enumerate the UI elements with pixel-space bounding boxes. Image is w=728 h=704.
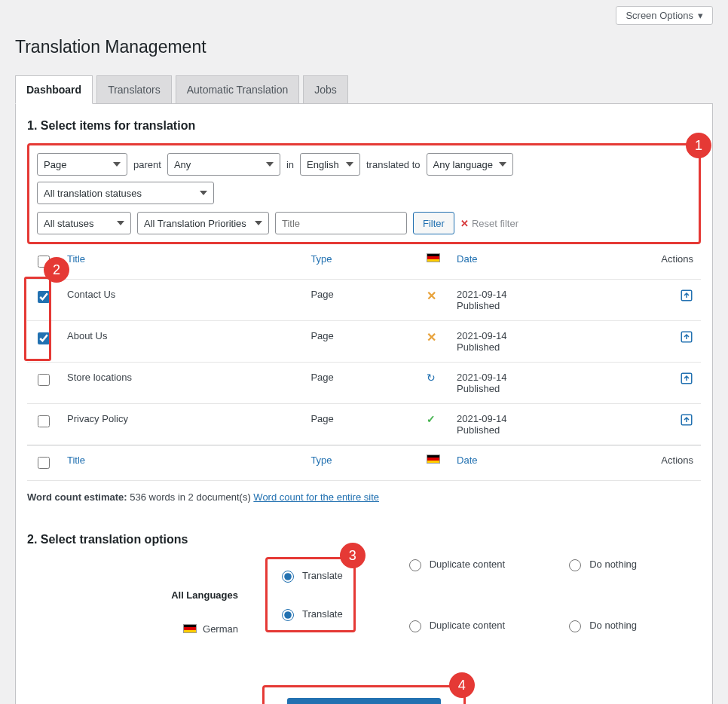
all-languages-label: All Languages [27,589,276,601]
page-title: Translation Management [15,37,713,57]
parent-select[interactable]: Any [167,153,280,176]
title-search-input[interactable] [275,212,407,234]
col-title-footer[interactable]: Title [60,445,303,481]
col-type-footer[interactable]: Type [303,445,419,481]
word-count-estimate: Word count estimate: 536 words in 2 docu… [27,491,701,503]
row-checkbox[interactable] [38,374,50,386]
translate-action-icon[interactable] [680,292,693,305]
translate-action-icon[interactable] [680,416,693,429]
col-actions-footer: Actions [648,445,701,481]
status-needs-update-icon: ↻ [427,372,436,384]
row-date: 2021-09-14 [457,413,641,424]
row-type: Page [303,363,419,404]
tab-translators[interactable]: Translators [96,75,172,104]
submit-highlight: 4 Translate selected content [262,685,466,704]
dashboard-panel: 1. Select items for translation 1 Page p… [15,104,713,704]
items-table: Title Type Date Actions 2 Contact Us Pag… [27,244,701,481]
word-count-text: 536 words in 2 document(s) [130,491,250,503]
german-flag-icon [427,455,440,464]
row-date: 2021-09-14 [457,372,641,383]
marker-1: 1 [686,133,711,158]
row-type: Page [303,280,419,321]
col-title[interactable]: Title [60,244,303,280]
row-type: Page [303,404,419,445]
col-type[interactable]: Type [303,244,419,280]
close-icon: ✕ [460,218,469,229]
row-title: About Us [60,321,303,363]
german-translate-radio[interactable]: Translate [278,607,343,621]
tab-jobs[interactable]: Jobs [303,75,348,104]
source-language-select[interactable]: English [300,153,360,176]
caret-down-icon: ▾ [698,10,703,21]
status-not-translated-icon: ✕ [427,331,436,344]
row-title: Store locations [60,363,303,404]
german-flag-icon [183,624,197,633]
german-flag-icon [427,253,440,262]
status-select[interactable]: All statuses [37,212,131,234]
translate-selected-button[interactable]: Translate selected content [287,698,441,704]
row-title: Privacy Policy [60,404,303,445]
filter-button[interactable]: Filter [413,212,454,234]
word-count-link[interactable]: Word count for the entire site [253,491,379,503]
row-checkbox[interactable] [38,291,50,303]
all-duplicate-radio[interactable]: Duplicate content [405,557,505,571]
row-state: Published [457,341,641,353]
in-label: in [286,159,294,170]
tab-automatic-translation[interactable]: Automatic Translation [176,75,300,104]
status-complete-icon: ✓ [427,413,436,425]
parent-label: parent [133,159,161,170]
screen-options-button[interactable]: Screen Options ▾ [616,6,713,25]
german-nothing-radio[interactable]: Do nothing [565,618,637,632]
col-actions: Actions [648,244,701,280]
row-state: Published [457,424,641,436]
row-state: Published [457,300,641,311]
filter-box: 1 Page parent Any in English translated … [27,143,701,244]
tab-dashboard[interactable]: Dashboard [15,75,93,104]
translate-action-icon[interactable] [680,333,693,346]
marker-4: 4 [449,672,475,698]
row-type: Page [303,321,419,363]
row-date: 2021-09-14 [457,289,641,300]
row-title: Contact Us [60,280,303,321]
translated-to-label: translated to [366,159,421,170]
all-translate-radio[interactable]: Translate [278,568,343,583]
table-row: 2 Contact Us Page ✕ 2021-09-14 Published [27,280,701,321]
col-date-footer[interactable]: Date [449,445,648,481]
step1-heading: 1. Select items for translation [27,119,701,133]
col-date[interactable]: Date [449,244,648,280]
row-state: Published [457,383,641,394]
translate-action-icon[interactable] [680,375,693,387]
table-row: Privacy Policy Page ✓ 2021-09-14 Publish… [27,404,701,445]
step2-heading: 2. Select translation options [27,533,701,546]
tabs: Dashboard Translators Automatic Translat… [15,75,713,104]
row-checkbox[interactable] [38,332,50,344]
german-duplicate-radio[interactable]: Duplicate content [405,618,505,632]
reset-filter-label: Reset filter [472,218,518,229]
table-row: Store locations Page ↻ 2021-09-14 Publis… [27,363,701,404]
reset-filter-link[interactable]: ✕ Reset filter [460,218,518,229]
screen-options-label: Screen Options [626,10,693,21]
priority-select[interactable]: All Translation Priorities [137,212,269,234]
table-row: About Us Page ✕ 2021-09-14 Published [27,321,701,363]
row-checkbox[interactable] [38,415,50,427]
marker-3: 3 [340,543,366,568]
german-language-label: German [203,623,238,635]
select-all-checkbox-footer[interactable] [38,457,50,469]
status-not-translated-icon: ✕ [427,289,436,302]
row-date: 2021-09-14 [457,330,641,341]
all-nothing-radio[interactable]: Do nothing [565,557,637,571]
post-type-select[interactable]: Page [37,153,127,176]
marker-2: 2 [44,257,69,283]
translation-status-select[interactable]: All translation statuses [37,182,214,204]
target-language-select[interactable]: Any language [427,153,513,176]
word-count-prefix: Word count estimate: [27,491,127,503]
